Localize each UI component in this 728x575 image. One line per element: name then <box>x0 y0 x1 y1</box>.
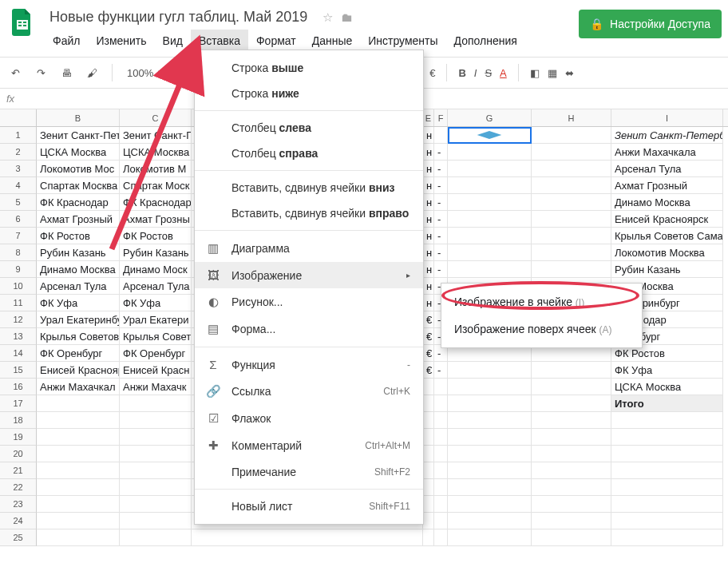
cell[interactable] <box>532 127 611 144</box>
cell[interactable] <box>37 412 120 429</box>
cell[interactable]: Зенит Санкт-Пет <box>37 127 120 144</box>
cell[interactable]: Локомотив Москва <box>611 244 723 261</box>
select-all-corner[interactable] <box>0 109 37 126</box>
cell[interactable]: - <box>434 177 448 194</box>
currency-euro[interactable]: € <box>429 67 435 79</box>
cell[interactable] <box>532 462 611 479</box>
insert-row-above[interactable]: Строка выше <box>195 55 423 81</box>
undo-icon[interactable]: ↶ <box>6 64 24 81</box>
cell[interactable] <box>37 446 120 462</box>
cell[interactable] <box>532 395 611 412</box>
cell[interactable]: Рубин Казань <box>37 244 120 261</box>
cell[interactable] <box>532 194 611 211</box>
cell[interactable] <box>37 429 120 446</box>
cell[interactable] <box>423 395 434 412</box>
cell[interactable]: н € <box>423 177 434 194</box>
cell[interactable]: Спартак Москва <box>37 177 120 194</box>
row-header[interactable]: 7 <box>0 228 37 244</box>
cell[interactable]: - <box>434 144 448 161</box>
cell[interactable] <box>532 244 611 261</box>
row-header[interactable]: 1 <box>0 127 37 144</box>
cell[interactable] <box>37 513 120 529</box>
insert-form[interactable]: ▤Форма... <box>195 315 423 343</box>
insert-drawing[interactable]: ◐Рисунок... <box>195 288 423 315</box>
cell[interactable]: ФК Уфа <box>37 295 120 311</box>
cell[interactable] <box>532 513 611 529</box>
row-header[interactable]: 14 <box>0 345 37 362</box>
cell[interactable] <box>611 446 723 462</box>
row-header[interactable]: 17 <box>0 395 37 412</box>
row-header[interactable]: 23 <box>0 496 37 513</box>
cell[interactable] <box>434 395 448 412</box>
cell[interactable] <box>532 144 611 161</box>
fill-color-icon[interactable]: ◧ <box>530 67 540 79</box>
zoom-selector[interactable]: 100% ▼ <box>124 67 167 79</box>
cell[interactable]: н € <box>423 228 434 244</box>
row-header[interactable]: 11 <box>0 295 37 311</box>
cell[interactable] <box>192 529 423 546</box>
cell[interactable] <box>532 429 611 446</box>
insert-shift-down[interactable]: Вставить, сдвинув ячейки вниз <box>195 175 423 200</box>
cell[interactable]: € <box>423 311 434 328</box>
cell[interactable] <box>448 395 532 412</box>
row-header[interactable]: 4 <box>0 177 37 194</box>
cell[interactable]: Динамо Москва <box>611 194 723 211</box>
cell[interactable]: Арсенал Тула <box>611 161 723 177</box>
row-header[interactable]: 16 <box>0 379 37 395</box>
cell[interactable]: - <box>434 362 448 379</box>
cell[interactable]: ЦСКА Москва <box>611 379 723 395</box>
cell[interactable] <box>448 228 532 244</box>
cell[interactable] <box>532 496 611 513</box>
redo-icon[interactable]: ↷ <box>32 64 49 81</box>
row-header[interactable]: 3 <box>0 161 37 177</box>
cell[interactable]: - <box>434 211 448 228</box>
borders-icon[interactable]: ▦ <box>548 67 557 79</box>
cell[interactable]: ФК Уфа <box>611 362 723 379</box>
cell[interactable] <box>434 412 448 429</box>
cell[interactable]: ФК Ростов <box>120 228 192 244</box>
cell[interactable] <box>37 462 120 479</box>
insert-col-left[interactable]: Столбец слева <box>195 115 423 141</box>
row-header[interactable]: 2 <box>0 144 37 161</box>
cell[interactable]: Локомотив Мос <box>37 161 120 177</box>
cell[interactable] <box>532 177 611 194</box>
cell[interactable] <box>434 127 448 144</box>
cell[interactable] <box>448 144 532 161</box>
cell[interactable]: Итого <box>611 395 723 412</box>
folder-icon[interactable]: 🖿 <box>341 10 353 24</box>
cell[interactable] <box>423 379 434 395</box>
cell[interactable] <box>120 429 192 446</box>
cell[interactable] <box>423 529 434 546</box>
image-in-cell[interactable]: Изображение в ячейке (I) <box>441 288 642 315</box>
menu-addons[interactable]: Дополнения <box>446 30 525 52</box>
cell[interactable]: ЦСКА Москва <box>37 144 120 161</box>
cell[interactable]: Арсенал Тула <box>120 278 192 295</box>
cell[interactable]: н € <box>423 194 434 211</box>
cell[interactable] <box>434 513 448 529</box>
cell[interactable]: Рубин Казань <box>611 261 723 278</box>
cell[interactable]: Рубин Казань <box>120 244 192 261</box>
cell[interactable]: Ахмат Грозный <box>611 177 723 194</box>
cell[interactable] <box>434 479 448 496</box>
cell[interactable]: Крылья Совет <box>120 328 192 345</box>
col-header[interactable]: C <box>120 109 192 126</box>
row-header[interactable]: 18 <box>0 412 37 429</box>
cell[interactable] <box>611 513 723 529</box>
row-header[interactable]: 21 <box>0 462 37 479</box>
cell[interactable] <box>532 379 611 395</box>
merge-icon[interactable]: ⬌ <box>565 67 574 79</box>
strike-button[interactable]: S <box>485 67 492 79</box>
cell[interactable] <box>532 161 611 177</box>
cell[interactable] <box>448 261 532 278</box>
share-button[interactable]: 🔒 Настройки Доступа <box>579 10 722 38</box>
cell[interactable] <box>423 513 434 529</box>
cell[interactable]: - <box>434 161 448 177</box>
cell[interactable] <box>37 395 120 412</box>
menu-tools[interactable]: Инструменты <box>360 30 445 52</box>
cell[interactable] <box>37 496 120 513</box>
cell[interactable]: ФК Уфа <box>120 295 192 311</box>
cell[interactable]: н € <box>423 211 434 228</box>
cell[interactable] <box>434 379 448 395</box>
cell[interactable] <box>448 177 532 194</box>
cell[interactable] <box>448 429 532 446</box>
